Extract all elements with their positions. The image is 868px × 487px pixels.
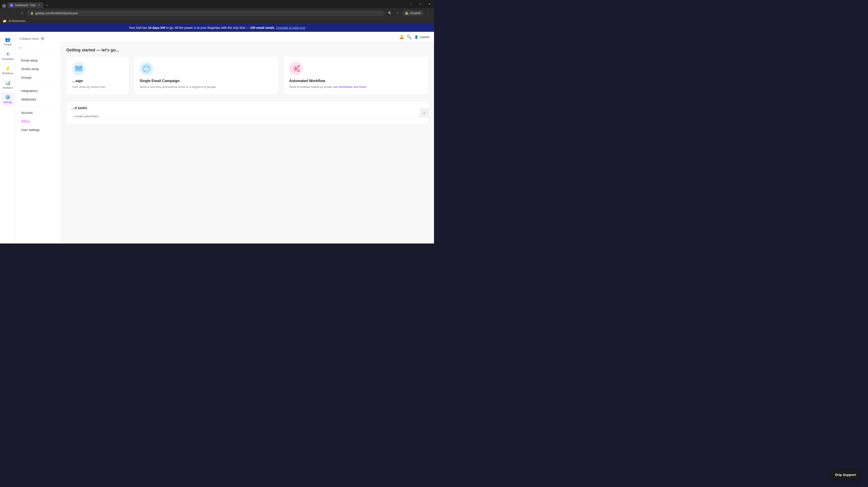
back-button[interactable]: ‹	[3, 10, 9, 16]
app-content: 👥 People 📧 Campaigns ⚡ Workflows 📊 Analy…	[0, 32, 434, 244]
menu-icon[interactable]: ⋮	[425, 10, 431, 16]
trial-text-before: Your trial has	[129, 26, 148, 30]
integrations-label: Integrations	[21, 89, 38, 93]
user-menu[interactable]: 👤 Lauren	[414, 35, 430, 39]
account-label: Account	[21, 111, 33, 115]
groups-label: Groups	[21, 76, 32, 79]
sidebar-menu: Collapse menu ⊕ – Email setup Onsite set…	[16, 32, 61, 244]
browser-top-bar: ▼ 💧 Dashboard · Drip ✕ + ─ □ ✕	[0, 0, 434, 8]
sidebar-item-email-setup[interactable]: Email setup	[18, 57, 59, 64]
single-email-desc: Send a one-time promotional email to a s…	[140, 85, 273, 89]
campaigns-icon: 📧	[5, 51, 10, 57]
search-icon[interactable]: 🔍	[407, 34, 412, 39]
collapse-menu-label: Collapse menu	[20, 37, 39, 40]
minimize-button[interactable]: ─	[407, 0, 416, 8]
getting-started-title: Getting started — let's go...	[66, 48, 429, 53]
nav-icons-sidebar: 👥 People 📧 Campaigns ⚡ Workflows 📊 Analy…	[0, 32, 16, 244]
tasks-section: …d tasks …r email subscribers	[66, 101, 429, 125]
workflows-rules-link[interactable]: Workflows and Rules	[339, 85, 367, 89]
email-campaign-card[interactable]: …aign l turn drive-by visitors into	[66, 56, 129, 95]
incognito-icon: 🕵️	[405, 11, 408, 15]
tab-group-indicator[interactable]: ▼	[2, 4, 6, 8]
notification-icon[interactable]: 🔔	[399, 34, 404, 39]
bookmarks-label: All Bookmarks	[8, 20, 26, 23]
incognito-button[interactable]: 🕵️ Incognito	[402, 10, 424, 16]
single-email-card[interactable]: Single Email Campaign Send a one-time pr…	[134, 56, 279, 95]
bookmarks-folder-icon: 📁	[3, 19, 6, 23]
workflows-icon: ⚡	[5, 66, 10, 71]
settings-icon: ⚙️	[5, 94, 10, 100]
app-wrapper: Your trial has 14 days left to go. All t…	[0, 24, 434, 244]
automated-workflow-card[interactable]: Automated Workflow Send immediate follow…	[283, 56, 429, 95]
email-campaign-icon	[72, 62, 86, 75]
trial-text-middle: to go. All the power is at your fingerti…	[165, 26, 250, 30]
nav-item-workflows[interactable]: ⚡ Workflows	[1, 63, 15, 77]
maximize-button[interactable]: □	[416, 0, 425, 8]
nav-label-analytics: Analytics	[3, 86, 12, 89]
nav-label-settings: Settings	[3, 101, 12, 103]
billing-label: Billing	[21, 120, 30, 123]
webhooks-label: Webhooks	[21, 98, 36, 101]
trial-banner: Your trial has 14 days left to go. All t…	[0, 24, 434, 32]
nav-item-people[interactable]: 👥 People	[1, 34, 15, 48]
trial-text-after: .	[274, 26, 276, 30]
sidebar-item-groups[interactable]: Groups	[18, 74, 59, 82]
secure-icon: 🔒	[30, 11, 34, 15]
onsite-setup-label: Onsite setup	[21, 67, 39, 71]
tab-favicon: 💧	[10, 4, 13, 7]
forward-button[interactable]: ›	[11, 10, 17, 16]
nav-item-analytics[interactable]: 📊 Analytics	[1, 78, 15, 91]
sidebar-dash: –	[16, 44, 61, 51]
analytics-icon: 📊	[5, 80, 10, 86]
task-item-email: …r email subscribers	[71, 113, 424, 120]
tab-close-btn[interactable]: ✕	[37, 4, 40, 7]
trial-limit: 100 email sends	[250, 26, 274, 30]
collapse-menu-button[interactable]: Collapse menu ⊕	[20, 36, 45, 41]
email-campaign-desc: l turn drive-by visitors into	[72, 85, 124, 89]
automated-workflow-icon	[289, 62, 303, 75]
nav-label-people: People	[4, 43, 11, 46]
sidebar-item-webhooks[interactable]: Webhooks	[18, 96, 59, 103]
automated-workflow-title: Automated Workflow	[289, 79, 423, 83]
close-button[interactable]: ✕	[425, 0, 434, 8]
active-tab[interactable]: 💧 Dashboard · Drip ✕	[7, 2, 43, 8]
tasks-arrow-button[interactable]: →	[420, 108, 429, 118]
sidebar-item-account[interactable]: Account	[18, 109, 59, 117]
tabs-area: ▼ 💧 Dashboard · Drip ✕ +	[0, 0, 407, 8]
single-email-icon	[140, 62, 153, 75]
reload-button[interactable]: ✕	[19, 10, 25, 16]
search-icon[interactable]: 🔍	[386, 10, 393, 16]
sidebar-divider-top	[20, 54, 57, 54]
tasks-section-wrapper: …d tasks …r email subscribers →	[66, 101, 429, 125]
nav-item-campaigns[interactable]: 📧 Campaigns	[1, 49, 15, 62]
nav-item-settings[interactable]: ⚙️ Settings	[1, 92, 15, 106]
address-url: getdrip.com/8235963/dashboard	[35, 11, 382, 15]
incognito-label: Incognito	[410, 11, 421, 15]
svg-rect-9	[298, 65, 300, 67]
collapse-icon: ⊕	[40, 36, 45, 41]
sidebar-item-onsite-setup[interactable]: Onsite setup	[18, 65, 59, 73]
automated-workflow-desc: Send immediate follow-up emails with Wor…	[289, 85, 423, 89]
nav-label-workflows: Workflows	[2, 72, 13, 75]
sidebar-item-integrations[interactable]: Integrations	[18, 87, 59, 95]
sidebar-item-user-settings[interactable]: User settings	[18, 126, 59, 134]
email-setup-label: Email setup	[21, 59, 38, 62]
address-bar[interactable]: 🔒 getdrip.com/8235963/dashboard	[27, 10, 385, 16]
new-tab-button[interactable]: +	[44, 3, 50, 8]
user-avatar-icon: 👤	[414, 35, 418, 39]
user-settings-label: User settings	[21, 128, 40, 132]
main-header: 🔔 🔍 👤 Lauren	[61, 32, 434, 42]
single-email-title: Single Email Campaign	[140, 79, 273, 83]
sidebar-item-billing[interactable]: Billing	[18, 118, 59, 125]
bookmark-icon[interactable]: ☆	[394, 10, 401, 16]
automated-workflow-desc-before: Send immediate follow-up emails with	[289, 85, 339, 89]
browser-actions: 🔍 ☆ 🕵️ Incognito ⋮	[386, 10, 431, 16]
svg-rect-10	[298, 70, 300, 72]
upgrade-link[interactable]: Upgrade to paid now	[276, 26, 305, 30]
tab-title: Dashboard · Drip	[15, 4, 36, 7]
nav-bar: ‹ › ✕ 🔒 getdrip.com/8235963/dashboard 🔍 …	[0, 8, 434, 18]
main-content: 🔔 🔍 👤 Lauren Getting started — let's go.…	[61, 32, 434, 244]
automated-workflow-desc-after: .	[367, 85, 368, 89]
tasks-title: …d tasks	[71, 106, 424, 110]
people-icon: 👥	[5, 37, 10, 42]
